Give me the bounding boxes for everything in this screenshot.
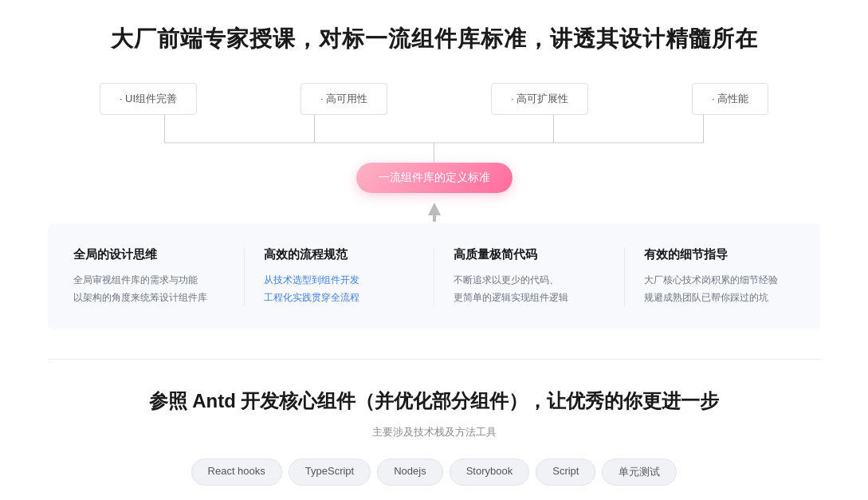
standard-card-performance: 高性能 (692, 83, 768, 115)
page-wrapper: 大厂前端专家授课，对标一流组件库标准，讲透其设计精髓所在 UI组件完善 高可用性… (0, 0, 868, 500)
design-card-desc-1: 从技术选型到组件开发工程化实践贯穿全流程 (264, 272, 415, 306)
design-card-title-1: 高效的流程规范 (264, 247, 415, 262)
tag-typescript: TypeScript (289, 459, 371, 486)
antd-section: 参照 Antd 开发核心组件（并优化部分组件），让优秀的你更进一步 主要涉及技术… (48, 388, 820, 486)
design-card-desc-0: 全局审视组件库的需求与功能以架构的角度来统筹设计组件库 (73, 272, 225, 306)
standard-card-extensibility: 高可扩展性 (491, 83, 588, 115)
center-badge: 一流组件库的定义标准 (356, 163, 513, 193)
standards-diagram: UI组件完善 高可用性 高可扩展性 高性能 (48, 83, 820, 223)
arrow-up-icon (48, 199, 820, 223)
center-badge-wrapper: 一流组件库的定义标准 (48, 163, 820, 193)
tech-tags: React hooks TypeScript Nodejs Storybook … (48, 459, 820, 486)
antd-subtitle: 主要涉及技术栈及方法工具 (48, 425, 820, 439)
standards-top-row: UI组件完善 高可用性 高可扩展性 高性能 (48, 83, 820, 115)
svg-marker-6 (428, 203, 441, 215)
tag-script: Script (536, 459, 595, 486)
section-divider (48, 359, 820, 360)
antd-section-title: 参照 Antd 开发核心组件（并优化部分组件），让优秀的你更进一步 (48, 388, 820, 414)
design-card-desc-3: 大厂核心技术岗积累的细节经验规避成熟团队已帮你踩过的坑 (644, 272, 795, 306)
design-card-3: 有效的细节指导 大厂核心技术岗积累的细节经验规避成熟团队已帮你踩过的坑 (625, 247, 802, 306)
design-card-2: 高质量极简代码 不断追求以更少的代码、更简单的逻辑实现组件逻辑 (434, 247, 625, 306)
svg-rect-7 (433, 214, 436, 222)
design-card-title-0: 全局的设计思维 (73, 247, 225, 262)
design-card-title-3: 有效的细节指导 (644, 247, 795, 262)
design-cards-section: 全局的设计思维 全局审视组件库的需求与功能以架构的角度来统筹设计组件库 高效的流… (48, 223, 820, 330)
tag-react-hooks: React hooks (191, 459, 282, 486)
tag-nodejs: Nodejs (377, 459, 442, 486)
design-card-title-2: 高质量极简代码 (454, 247, 605, 262)
design-card-desc-2: 不断追求以更少的代码、更简单的逻辑实现组件逻辑 (454, 272, 605, 306)
design-card-1: 高效的流程规范 从技术选型到组件开发工程化实践贯穿全流程 (245, 247, 435, 306)
hero-title: 大厂前端专家授课，对标一流组件库标准，讲透其设计精髓所在 (48, 24, 820, 54)
standard-card-availability: 高可用性 (300, 83, 387, 115)
tag-storybook: Storybook (450, 459, 530, 486)
design-card-0: 全局的设计思维 全局审视组件库的需求与功能以架构的角度来统筹设计组件库 (67, 247, 245, 306)
standard-card-ui: UI组件完善 (100, 83, 197, 115)
tag-unit-test: 单元测试 (602, 459, 677, 486)
